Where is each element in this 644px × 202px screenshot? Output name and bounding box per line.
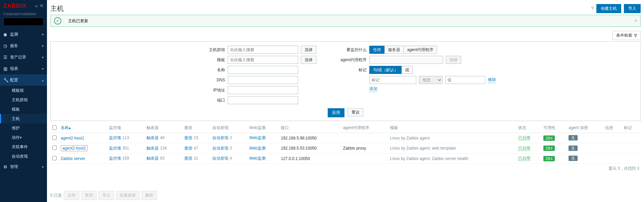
- monitor-any[interactable]: 任何: [369, 46, 385, 54]
- tag-remove-link[interactable]: 移除: [488, 77, 496, 83]
- web-link[interactable]: Web监测: [249, 156, 265, 161]
- logo[interactable]: ZABBIX: [3, 3, 26, 9]
- create-host-button[interactable]: 创建主机: [596, 4, 621, 13]
- enc-badge: 无: [569, 135, 578, 140]
- page-title: 主机: [50, 4, 64, 13]
- close-icon[interactable]: ×: [635, 18, 637, 23]
- bulk-export[interactable]: 导出: [99, 191, 114, 200]
- tag-op-select[interactable]: 包含: [419, 76, 442, 84]
- graphs-link[interactable]: 图形: [184, 156, 193, 161]
- monitor-proxy[interactable]: agent代理程序: [404, 46, 437, 54]
- subnav-actions[interactable]: 动作▾: [0, 133, 47, 142]
- ip-input[interactable]: [228, 86, 298, 94]
- col-proxy[interactable]: agent代理程序: [341, 123, 388, 133]
- reset-button[interactable]: 重设: [348, 108, 363, 116]
- template-cell: Linux by Zabbix agent: [388, 133, 516, 143]
- avail-badge: ZBX: [543, 146, 554, 151]
- host-link[interactable]: agent2-host1: [61, 136, 84, 140]
- host-link[interactable]: Zabbix server: [61, 156, 85, 161]
- nav-config[interactable]: 🔧配置▴: [0, 74, 47, 86]
- global-search[interactable]: 🔍: [3, 18, 44, 26]
- nav-monitor[interactable]: ◉监测▾: [0, 29, 47, 40]
- items-link[interactable]: 监控项: [109, 135, 121, 140]
- name-input[interactable]: [228, 66, 298, 74]
- help-icon[interactable]: ?: [591, 6, 594, 11]
- subnav-template-groups[interactable]: 模板组: [0, 86, 47, 95]
- hostgroup-input[interactable]: [228, 46, 298, 54]
- discovery-link[interactable]: 自动发现: [212, 135, 228, 140]
- tag-andor[interactable]: 与/或（默认）: [369, 66, 402, 74]
- status-toggle[interactable]: 已启用: [518, 135, 530, 140]
- monitor-server[interactable]: 服务器: [384, 46, 404, 54]
- col-avail[interactable]: 可用性: [541, 123, 567, 133]
- nav-inventory[interactable]: ☰资产记录▾: [0, 51, 47, 63]
- sidebar: ZABBIX « ⇱ Composed installation 🔍 ◉监测▾ …: [0, 0, 47, 202]
- status-toggle[interactable]: 已启用: [518, 156, 530, 161]
- col-triggers[interactable]: 触发器: [145, 123, 182, 133]
- bulk-disable[interactable]: 禁用: [81, 191, 97, 200]
- nav-admin[interactable]: ⚙管理▾: [0, 161, 47, 172]
- tag-value-input[interactable]: [445, 76, 485, 84]
- items-link[interactable]: 监控项: [109, 156, 121, 161]
- triggers-link[interactable]: 触发器: [147, 156, 159, 161]
- filter-tab[interactable]: 条件检索 ∇: [612, 31, 641, 40]
- collapse-icon[interactable]: «: [35, 4, 38, 8]
- dns-input[interactable]: [228, 76, 298, 84]
- col-iface[interactable]: 接口: [279, 123, 341, 133]
- bulk-enable[interactable]: 启用: [64, 191, 79, 200]
- col-web[interactable]: Web监测: [247, 123, 279, 133]
- triggers-link[interactable]: 触发器: [147, 135, 159, 140]
- col-tmpl[interactable]: 模板: [388, 123, 516, 133]
- row-checkbox[interactable]: [52, 156, 57, 160]
- enc-badge: 无: [569, 146, 578, 151]
- enc-badge: 无: [569, 156, 578, 161]
- graphs-link[interactable]: 图形: [184, 146, 193, 151]
- tag-or[interactable]: 或: [401, 66, 413, 74]
- bulk-delete[interactable]: 删除: [142, 191, 157, 200]
- col-status[interactable]: 状态: [516, 123, 541, 133]
- col-items[interactable]: 监控项: [107, 123, 145, 133]
- tag-name-input[interactable]: [369, 76, 416, 84]
- subnav-discovery[interactable]: 自动发现: [0, 152, 47, 161]
- select-all[interactable]: [52, 125, 57, 130]
- col-discovery[interactable]: 自动发现: [210, 123, 247, 133]
- discovery-link[interactable]: 自动发现: [212, 146, 228, 151]
- nav-service[interactable]: ◷服务▾: [0, 40, 47, 51]
- import-button[interactable]: 导入: [624, 4, 641, 13]
- col-name[interactable]: 名称▴: [59, 123, 107, 133]
- chevron-down-icon: ▾: [42, 165, 44, 169]
- items-link[interactable]: 监控项: [109, 146, 121, 151]
- col-graphs[interactable]: 图形: [182, 123, 210, 133]
- host-link[interactable]: agent2-host2: [62, 146, 86, 151]
- triggers-link[interactable]: 触发器: [147, 146, 159, 151]
- col-info[interactable]: 信息: [603, 123, 622, 133]
- bulk-massupdate[interactable]: 批量更新: [116, 191, 140, 200]
- graphs-link[interactable]: 图形: [184, 135, 193, 140]
- subnav-maintenance[interactable]: 维护: [0, 123, 47, 133]
- subnav-hosts[interactable]: 主机: [0, 114, 47, 123]
- template-cell: Linux by Zabbix agent, Zabbix server hea…: [388, 154, 516, 164]
- iface-cell: 192.168.5.98:10050: [279, 133, 341, 143]
- subnav-correlation[interactable]: 关联事件: [0, 142, 47, 152]
- hostgroup-select-button[interactable]: 选择: [301, 46, 316, 54]
- subnav-host-groups[interactable]: 主机群组: [0, 95, 47, 105]
- status-toggle[interactable]: 已启用: [518, 146, 530, 151]
- popout-icon[interactable]: ⇱: [40, 4, 44, 8]
- tag-add-link[interactable]: 添加: [369, 86, 377, 92]
- col-enc[interactable]: agent 加密: [567, 123, 603, 133]
- row-checkbox[interactable]: [52, 135, 57, 140]
- subnav-templates[interactable]: 模板: [0, 105, 47, 114]
- sort-asc-icon: ▴: [69, 125, 71, 130]
- apply-button[interactable]: 应用: [328, 108, 344, 117]
- template-select-button[interactable]: 选择: [301, 56, 316, 64]
- nav-reports[interactable]: ▥报表▾: [0, 63, 47, 74]
- col-tags[interactable]: 标记: [622, 123, 641, 133]
- template-input[interactable]: [228, 56, 298, 64]
- web-link[interactable]: Web监测: [249, 135, 265, 140]
- chevron-down-icon: ▾: [42, 33, 44, 36]
- discovery-link[interactable]: 自动发现: [212, 156, 228, 161]
- port-input[interactable]: [228, 96, 298, 104]
- table-summary: 显示 3，共找到 3: [50, 164, 641, 173]
- web-link[interactable]: Web监测: [249, 146, 265, 151]
- row-checkbox[interactable]: [52, 146, 57, 150]
